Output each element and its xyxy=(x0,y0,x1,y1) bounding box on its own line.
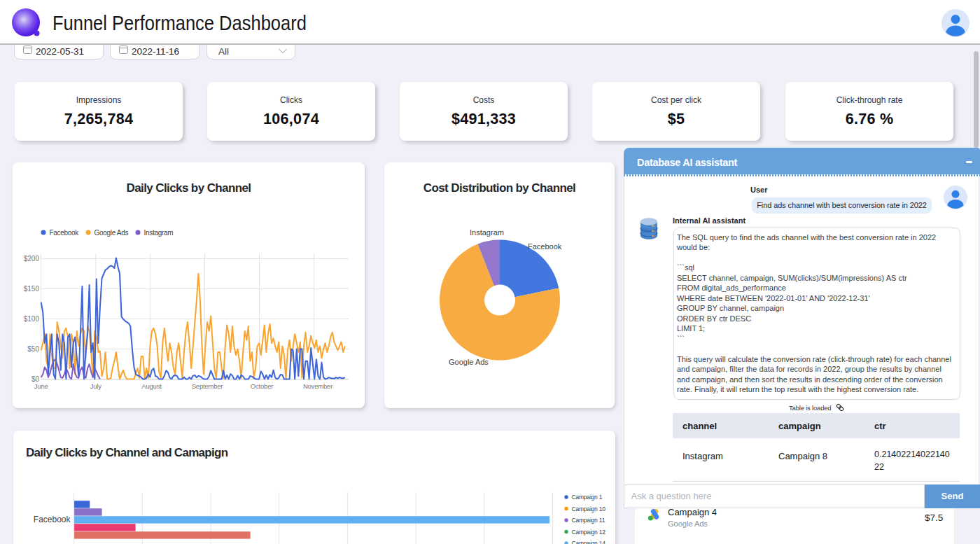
svg-text:Facebook: Facebook xyxy=(34,515,71,524)
svg-text:Campaign 11: Campaign 11 xyxy=(572,517,606,524)
svg-text:Campaign 14: Campaign 14 xyxy=(572,540,606,544)
svg-text:Campaign 1: Campaign 1 xyxy=(572,494,603,501)
svg-text:Campaign 10: Campaign 10 xyxy=(572,505,606,512)
svg-text:Campaign 12: Campaign 12 xyxy=(572,529,606,536)
